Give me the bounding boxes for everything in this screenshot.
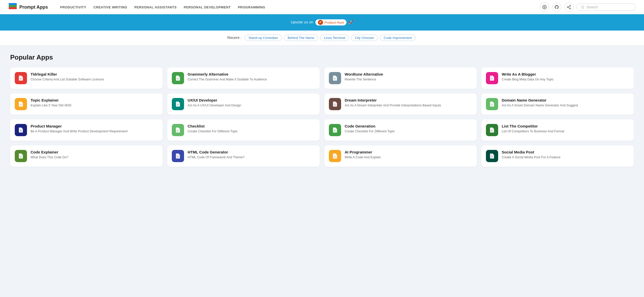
- app-icon: [172, 98, 184, 110]
- product-hunt-badge[interactable]: P Product Hunt: [315, 19, 346, 25]
- app-desc: HTML Code Of Framework And Theme?: [188, 155, 315, 160]
- app-desc: Create Blog Meta Data On Any Topic: [502, 77, 629, 82]
- app-info: List The CompetitorList Of Competitors T…: [502, 124, 629, 134]
- app-card[interactable]: UX/UI DeveloperAct As A UX/UI Developer …: [167, 93, 320, 115]
- nav-link-programming[interactable]: PROGRAMMING: [238, 5, 265, 9]
- search-box[interactable]: [577, 4, 636, 11]
- svg-line-7: [568, 7, 569, 8]
- settings-button[interactable]: [540, 3, 549, 12]
- logo[interactable]: Prompt Apps: [8, 3, 48, 12]
- recent-tag[interactable]: Linux Terminal: [320, 35, 349, 41]
- app-name: Checklist: [188, 124, 315, 128]
- app-icon: [329, 150, 341, 162]
- app-desc: Be A Product Manager And Write Product D…: [31, 129, 158, 134]
- svg-point-6: [569, 8, 571, 9]
- recent-tag[interactable]: Stand-up Comedian: [245, 35, 282, 41]
- app-desc: Rewrite The Sentence: [345, 77, 472, 82]
- app-icon: [329, 98, 341, 110]
- svg-rect-1: [9, 5, 17, 7]
- github-button[interactable]: [552, 3, 561, 12]
- banner-emoji: 🚀: [348, 20, 353, 24]
- recent-bar: Recent : Stand-up ComedianBehind The Nam…: [0, 31, 644, 45]
- app-card[interactable]: HTML Code GeneratorHTML Code Of Framewor…: [167, 145, 320, 167]
- app-info: Domain Name GeneratorAct As A Smart Doma…: [502, 98, 629, 108]
- app-icon: [486, 124, 498, 136]
- share-icon: [567, 5, 571, 9]
- recent-tag[interactable]: City Chooser: [351, 35, 378, 41]
- app-info: Grammerly AlternativeCorrect The Grammer…: [188, 72, 315, 82]
- app-card[interactable]: Domain Name GeneratorAct As A Smart Doma…: [481, 93, 634, 115]
- app-name: Code Explainer: [31, 150, 158, 154]
- app-card[interactable]: Grammerly AlternativeCorrect The Grammer…: [167, 67, 320, 89]
- app-name: Tldrlegal Killer: [31, 72, 158, 76]
- app-info: Code GenerationCreate Checklist For Diff…: [345, 124, 472, 134]
- app-card[interactable]: ChecklistCreate Checklist For Different …: [167, 119, 320, 141]
- app-info: Tldrlegal KillerChoose Criteria And List…: [31, 72, 158, 82]
- logo-text: Prompt Apps: [19, 5, 48, 10]
- app-card[interactable]: Product ManagerBe A Product Manager And …: [10, 119, 163, 141]
- recent-tag[interactable]: Behind The Name: [284, 35, 318, 41]
- app-name: Wordtune Alternative: [345, 72, 472, 76]
- app-name: UX/UI Developer: [188, 98, 315, 102]
- app-icon: [15, 72, 27, 84]
- nav-link-personal-assistants[interactable]: PERSONAL ASSISTANTS: [134, 5, 177, 9]
- svg-point-5: [567, 7, 568, 8]
- nav-links: PRODUCTIVITYCREATIVE WRITINGPERSONAL ASS…: [60, 5, 540, 9]
- nav-right: [540, 3, 636, 12]
- app-card[interactable]: Code GenerationCreate Checklist For Diff…: [324, 119, 477, 141]
- share-button[interactable]: [564, 3, 573, 12]
- banner: Upvote us on P Product Hunt 🚀: [0, 14, 644, 31]
- app-desc: Act As A UX/UI Developer And Design: [188, 103, 315, 108]
- app-desc: Explain Like 5 Year Old #Eli5: [31, 103, 158, 108]
- recent-tag[interactable]: Code Improvement: [380, 35, 416, 41]
- app-desc: Choose Criteria And List Suitable Softwa…: [31, 77, 158, 82]
- apps-grid: Tldrlegal KillerChoose Criteria And List…: [10, 67, 634, 167]
- logo-icon: [8, 3, 17, 12]
- app-name: Product Manager: [31, 124, 158, 128]
- app-name: HTML Code Generator: [188, 150, 315, 154]
- app-desc: Create A Social Media Post For A Feature: [502, 155, 629, 160]
- svg-line-8: [568, 6, 569, 7]
- popular-apps-title: Popular Apps: [10, 53, 634, 61]
- search-input[interactable]: [586, 5, 632, 9]
- app-info: Code ExplainerWhat Does This Code Do?: [31, 150, 158, 160]
- app-card[interactable]: Wordtune AlternativeRewrite The Sentence: [324, 67, 477, 89]
- app-info: HTML Code GeneratorHTML Code Of Framewor…: [188, 150, 315, 160]
- app-desc: List Of Competitors To Business And Form…: [502, 129, 629, 134]
- app-name: List The Competitor: [502, 124, 629, 128]
- nav-link-personal-development[interactable]: PERSONAL DEVELOPMENT: [184, 5, 231, 9]
- app-name: Write As A Blogger: [502, 72, 629, 76]
- app-icon: [486, 72, 498, 84]
- app-icon: [329, 124, 341, 136]
- app-card[interactable]: Code ExplainerWhat Does This Code Do?: [10, 145, 163, 167]
- app-icon: [329, 72, 341, 84]
- app-icon: [486, 98, 498, 110]
- app-card[interactable]: Write As A BloggerCreate Blog Meta Data …: [481, 67, 634, 89]
- svg-rect-0: [9, 7, 17, 9]
- app-card[interactable]: Topic ExplainerExplain Like 5 Year Old #…: [10, 93, 163, 115]
- app-name: Code Generation: [345, 124, 472, 128]
- nav-link-creative-writing[interactable]: CREATIVE WRITING: [93, 5, 127, 9]
- app-info: AI ProgrammerWrite A Code And Explain: [345, 150, 472, 160]
- nav-link-productivity[interactable]: PRODUCTIVITY: [60, 5, 86, 9]
- main-content: Popular Apps Tldrlegal KillerChoose Crit…: [0, 45, 644, 175]
- app-icon: [172, 124, 184, 136]
- ph-label: Product Hunt: [325, 21, 344, 24]
- app-name: Dream Interpreter: [345, 98, 472, 102]
- app-card[interactable]: AI ProgrammerWrite A Code And Explain: [324, 145, 477, 167]
- search-icon: [581, 5, 584, 9]
- app-card[interactable]: Social Media PostCreate A Social Media P…: [481, 145, 634, 167]
- app-icon: [172, 150, 184, 162]
- recent-label: Recent :: [227, 35, 242, 40]
- app-desc: Act As A Smart Domain Name Generator And…: [502, 103, 629, 108]
- app-card[interactable]: Dream InterpreterAct As A Dream Interpre…: [324, 93, 477, 115]
- app-desc: Create Checklist For Different Topic: [188, 129, 315, 134]
- app-card[interactable]: Tldrlegal KillerChoose Criteria And List…: [10, 67, 163, 89]
- app-desc: Act As A Dream Interpreter And Provide I…: [345, 103, 472, 108]
- app-icon: [15, 98, 27, 110]
- app-icon: [15, 150, 27, 162]
- app-info: Topic ExplainerExplain Like 5 Year Old #…: [31, 98, 158, 108]
- banner-text: Upvote us on: [291, 20, 314, 24]
- svg-point-9: [581, 6, 584, 8]
- app-card[interactable]: List The CompetitorList Of Competitors T…: [481, 119, 634, 141]
